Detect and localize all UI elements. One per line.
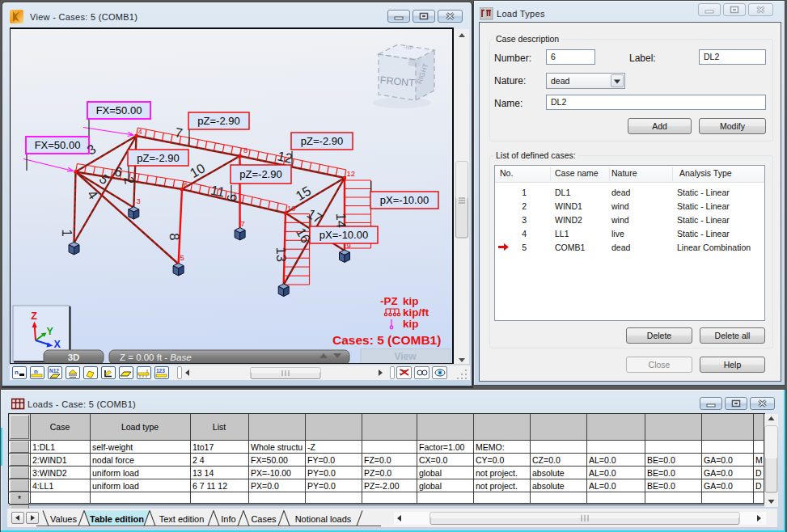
svg-text:FX=50.00: FX=50.00 [35,139,81,151]
svg-text:9: 9 [225,194,239,202]
svg-text:11: 11 [209,183,226,200]
svg-text:Y: Y [47,326,54,337]
svg-text:10: 10 [287,204,296,213]
svg-text:1: 1 [60,229,74,236]
svg-text:pZ=-2.90: pZ=-2.90 [137,152,179,164]
svg-text:8: 8 [243,146,248,154]
svg-text:kip: kip [403,295,419,307]
svg-text:Info: Info [221,514,235,524]
svg-text:9: 9 [347,241,351,250]
svg-text:Cases: 5 (COMB1): Cases: 5 (COMB1) [332,333,441,347]
svg-text:pZ=-2.90: pZ=-2.90 [301,135,343,147]
svg-text:kip/ft: kip/ft [403,306,429,319]
svg-text:Values: Values [50,514,77,524]
svg-text:13: 13 [274,247,290,262]
svg-text:pX=-10.00: pX=-10.00 [319,229,368,241]
svg-text:12: 12 [347,169,356,178]
svg-text:pZ=-2.90: pZ=-2.90 [197,115,239,127]
svg-text:Notional loads: Notional loads [295,514,352,524]
svg-text:7: 7 [241,219,245,228]
svg-text:Text edition: Text edition [159,514,205,524]
svg-text:View: View [394,351,417,362]
svg-text:X: X [54,339,61,350]
svg-text:Table edition: Table edition [90,514,144,524]
svg-text:Z: Z [31,310,37,322]
svg-text:14: 14 [334,213,349,228]
svg-text:kip: kip [403,318,419,330]
svg-text:Cases: Cases [251,514,277,524]
svg-text:FX=50.00: FX=50.00 [96,104,142,116]
svg-text:Z = 0.00 ft - Base: Z = 0.00 ft - Base [120,353,192,362]
svg-text:6: 6 [184,180,188,189]
svg-text:-PZ: -PZ [380,295,398,307]
svg-text:4: 4 [138,127,142,136]
svg-text:n: n [34,368,38,375]
svg-text:123: 123 [156,368,165,374]
svg-text:N12: N12 [49,368,59,374]
svg-text:pZ=-2.90: pZ=-2.90 [239,168,281,180]
svg-text:3D: 3D [68,353,80,362]
svg-text:pX=-10.00: pX=-10.00 [380,194,429,206]
svg-text:3: 3 [137,196,141,205]
svg-text:n: n [15,369,19,376]
svg-text:5: 5 [180,253,184,262]
svg-text:8: 8 [167,233,182,241]
